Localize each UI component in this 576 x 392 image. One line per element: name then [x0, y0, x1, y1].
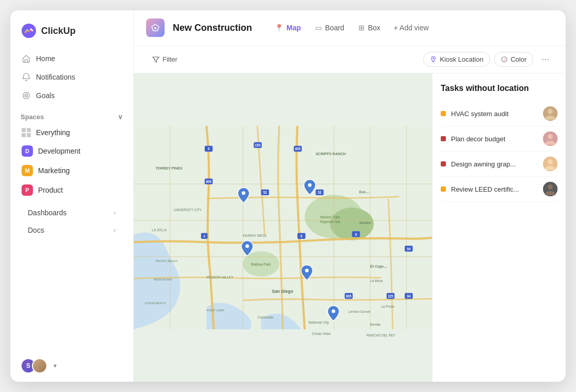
svg-text:8: 8	[300, 234, 302, 238]
task-name: Plan decor budget	[451, 135, 538, 143]
sidebar-item-goals[interactable]: Goals	[16, 86, 127, 105]
svg-point-77	[548, 109, 553, 114]
svg-text:Bonita: Bonita	[370, 323, 381, 326]
svg-point-6	[433, 58, 434, 59]
sidebar-item-dashboards[interactable]: Dashboards ›	[16, 204, 127, 221]
tab-map[interactable]: 📍 Map	[268, 21, 307, 35]
sidebar: ClickUp Home Notifications	[10, 10, 134, 382]
svg-text:Balboa Park: Balboa Park	[251, 263, 271, 266]
svg-text:5: 5	[208, 147, 210, 151]
sidebar-nav: Home Notifications Goals	[10, 49, 133, 105]
task-name: Review LEED certific...	[451, 185, 538, 193]
content-area: Mission Trails Regional Park Balboa Park	[134, 73, 566, 382]
nav-label-home: Home	[36, 54, 55, 63]
task-avatar	[543, 106, 557, 121]
tab-board[interactable]: ▭ Board	[309, 21, 350, 35]
map-svg: Mission Trails Regional Park Balboa Park	[134, 73, 432, 382]
svg-point-74	[305, 269, 309, 272]
task-item[interactable]: Design awning grap...	[441, 152, 557, 177]
main-content: New Construction 📍 Map ▭ Board ⊞ Box + A…	[134, 10, 566, 382]
svg-point-83	[548, 184, 553, 190]
kiosk-location-button[interactable]: Kiosk Location	[423, 52, 490, 67]
view-tabs: 📍 Map ▭ Board ⊞ Box + Add view	[268, 21, 434, 35]
box-tab-icon: ⊞	[358, 24, 365, 32]
sidebar-logo[interactable]: ClickUp	[10, 10, 133, 49]
add-view-label: + Add view	[394, 24, 429, 32]
filter-icon	[152, 56, 159, 63]
svg-text:Santee: Santee	[359, 221, 371, 225]
project-title: New Construction	[173, 23, 252, 33]
add-view-button[interactable]: + Add view	[389, 21, 434, 35]
svg-text:National City: National City	[309, 321, 330, 325]
svg-text:Lemon Grove: Lemon Grove	[348, 310, 370, 313]
location-icon	[430, 56, 437, 63]
space-badge-development: D	[22, 145, 33, 157]
avatar-svg	[543, 157, 557, 171]
svg-text:805: 805	[206, 180, 211, 183]
avatar-svg	[543, 132, 557, 146]
sidebar-item-docs[interactable]: Docs ›	[16, 221, 127, 239]
color-button[interactable]: Color	[494, 52, 533, 67]
task-status-dot	[441, 136, 446, 141]
app-name: ClickUp	[41, 26, 76, 36]
clickup-logo-icon	[21, 23, 37, 39]
project-icon	[146, 18, 165, 37]
task-item[interactable]: Review LEED certific...	[441, 177, 557, 202]
svg-text:PACIFIC BEACH: PACIFIC BEACH	[155, 259, 177, 263]
main-header: New Construction 📍 Map ▭ Board ⊞ Box + A…	[134, 10, 566, 46]
svg-text:LA JOLLA: LA JOLLA	[152, 228, 167, 232]
color-label: Color	[511, 55, 527, 63]
task-avatar	[543, 182, 557, 196]
svg-point-71	[242, 191, 245, 195]
sidebar-item-everything[interactable]: Everything	[16, 124, 127, 141]
svg-text:805: 805	[295, 147, 301, 151]
color-icon	[501, 56, 508, 63]
map-tab-icon: 📍	[275, 24, 283, 32]
svg-text:SCRIPPS RANCH: SCRIPPS RANCH	[316, 152, 346, 156]
spaces-header[interactable]: Spaces ∨	[21, 113, 123, 121]
task-status-dot	[441, 161, 446, 166]
sidebar-item-development[interactable]: D Development	[16, 141, 127, 161]
home-icon	[22, 54, 31, 63]
task-item[interactable]: HVAC system audit	[441, 101, 557, 126]
filter-button[interactable]: Filter	[146, 52, 184, 66]
svg-point-79	[548, 134, 553, 139]
more-options-button[interactable]: ···	[537, 51, 553, 68]
user-avatars[interactable]: S	[21, 358, 47, 374]
svg-text:94: 94	[407, 247, 411, 251]
bell-icon	[22, 72, 31, 82]
sidebar-item-home[interactable]: Home	[16, 49, 127, 68]
user-avatar-img	[32, 358, 47, 374]
task-item[interactable]: Plan decor budget	[441, 126, 557, 152]
nav-label-notifications: Notifications	[36, 73, 75, 81]
space-label-product: Product	[38, 186, 63, 194]
svg-text:San Diego: San Diego	[272, 289, 293, 294]
svg-text:805: 805	[346, 294, 352, 298]
filter-label: Filter	[163, 55, 177, 63]
spaces-section: Spaces ∨	[10, 105, 133, 124]
svg-point-75	[332, 309, 335, 313]
svg-text:El Cajo...: El Cajo...	[370, 264, 387, 269]
task-avatar	[543, 157, 557, 171]
tab-box-label: Box	[368, 24, 380, 32]
board-tab-icon: ▭	[315, 24, 322, 32]
right-panel: Tasks without location HVAC system audit	[432, 73, 566, 382]
task-status-dot	[441, 111, 446, 116]
sidebar-item-marketing[interactable]: M Marketing	[16, 161, 127, 180]
svg-text:125: 125	[388, 294, 393, 298]
nav-label-goals: Goals	[36, 91, 55, 100]
svg-text:8: 8	[355, 233, 357, 236]
map-container[interactable]: Mission Trails Regional Park Balboa Park	[134, 73, 432, 382]
user-dropdown-caret[interactable]: ▾	[53, 362, 57, 369]
sidebar-item-notifications[interactable]: Notifications	[16, 68, 127, 86]
toolbar: Filter Kiosk Location Color	[134, 46, 566, 73]
svg-text:La Presa: La Presa	[381, 305, 394, 308]
dashboards-label: Dashboards	[28, 209, 67, 217]
svg-text:TORREY PINES: TORREY PINES	[155, 166, 183, 170]
spaces-chevron: ∨	[118, 113, 123, 121]
project-icon-svg	[150, 23, 160, 33]
app-container: ClickUp Home Notifications	[10, 10, 566, 382]
tab-box[interactable]: ⊞ Box	[352, 21, 386, 35]
svg-point-73	[245, 245, 249, 248]
sidebar-item-product[interactable]: P Product	[16, 180, 127, 200]
